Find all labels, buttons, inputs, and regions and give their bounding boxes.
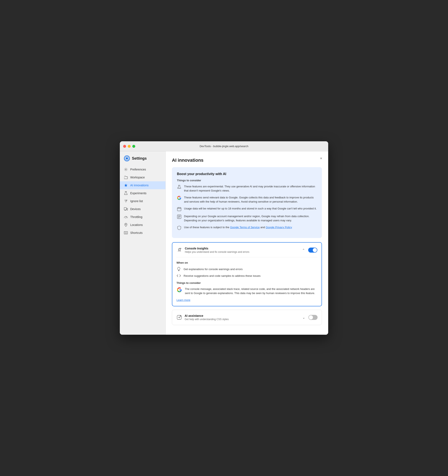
things-text-google: The console message, associated stack tr… [185,287,317,295]
svg-point-7 [125,224,126,225]
console-insights-controls: ⌃ [301,247,317,253]
things-item-google: The console message, associated stack tr… [176,287,317,295]
sidebar-item-devices[interactable]: Devices [120,205,165,213]
svg-rect-5 [127,208,128,210]
when-on-label: When on [176,261,317,264]
svg-point-3 [127,200,127,200]
sidebar-item-throttling[interactable]: Throttling [120,213,165,221]
info-item-account: Depending on your Google account managem… [177,214,317,222]
maximize-window-button[interactable] [132,145,135,148]
sidebar-item-experiments-label: Experiments [130,192,147,195]
sidebar: Settings Preferences [120,151,166,335]
calendar-icon [177,207,181,211]
sidebar-item-workspace-label: Workspace [130,176,145,179]
shield-icon [177,226,181,230]
sidebar-title: Settings [132,156,147,161]
experiment-icon [177,185,181,189]
info-text-retention: Usage data will be retained for up to 18… [184,207,317,211]
info-text-account: Depending on your Google account managem… [184,214,317,222]
console-insights-card: Console Insights Helps you understand an… [172,242,322,306]
main-panel: × AI innovations Boost your productivity… [166,151,328,335]
info-item-google-data: These features send relevant data to Goo… [177,195,317,204]
info-text-experimental: These features are experimental. They us… [184,184,317,193]
minimize-window-button[interactable] [128,145,131,148]
ai-assistance-card: AI assistance Get help with understandin… [172,310,322,325]
sidebar-item-experiments[interactable]: Experiments [120,189,165,197]
settings-window: DevTools - bubble-jingle.web.app/search … [120,141,328,335]
console-insights-name: Console Insights [185,247,250,250]
info-text-tos: Use of these features is subject to the … [184,225,292,229]
tos-link[interactable]: Google Terms of Service [230,226,260,229]
google-things-icon [176,287,182,293]
svg-rect-11 [177,208,181,211]
svg-rect-4 [124,208,126,210]
svg-point-6 [126,218,126,218]
main-content: Settings Preferences [120,151,328,335]
info-item-experimental: These features are experimental. They us… [177,184,317,193]
when-on-item-explanations: Get explanations for console warnings an… [176,267,317,271]
folder-icon [124,176,128,179]
learn-more-button[interactable]: Learn more [176,298,190,301]
gear-icon [124,168,128,171]
ai-assistance-icon [176,314,182,320]
code-icon [176,273,181,278]
sparkle-icon [124,183,128,187]
console-insights-header: Console Insights Helps you understand an… [176,247,317,253]
sidebar-item-workspace[interactable]: Workspace [120,173,165,181]
sidebar-item-ignore-list[interactable]: Ignore list [120,197,165,205]
console-insights-icon [176,247,182,253]
privacy-link[interactable]: Google Privacy Policy [266,226,292,229]
info-item-retention: Usage data will be retained for up to 18… [177,207,317,211]
devtools-logo-icon [124,155,130,161]
ai-assistance-header-left: AI assistance Get help with understandin… [176,314,301,321]
svg-point-10 [179,188,180,188]
sidebar-item-locations[interactable]: Locations [120,221,165,229]
flask-icon [124,191,128,195]
sidebar-item-preferences-label: Preferences [130,168,146,171]
console-insights-collapse-button[interactable]: ⌃ [301,247,306,253]
window-controls [123,145,135,148]
sidebar-item-throttling-label: Throttling [130,215,142,219]
ai-assistance-desc: Get help with understanding CSS styles [185,318,229,321]
things-label: Things to consider [176,281,317,284]
info-card-title: Boost your productivity with AI [177,172,317,176]
sidebar-header: Settings [120,155,165,165]
console-insights-text: Console Insights Helps you understand an… [185,247,250,253]
window-title: DevTools - bubble-jingle.web.app/search [200,145,248,148]
gauge-icon [124,215,128,219]
info-text-google-data: These features send relevant data to Goo… [184,195,317,204]
console-insights-desc: Helps you understand and fix console war… [185,250,250,253]
sidebar-item-shortcuts-label: Shortcuts [130,231,142,234]
sidebar-item-shortcuts[interactable]: Shortcuts [120,229,165,237]
ai-assistance-expand-button[interactable]: ⌄ [301,315,306,320]
titlebar: DevTools - bubble-jingle.web.app/search [120,141,328,151]
sidebar-item-ignore-label: Ignore list [130,199,143,203]
sidebar-item-devices-label: Devices [130,207,141,211]
when-on-text-explanations: Get explanations for console warnings an… [184,268,243,271]
info-card-subtitle: Things to consider [177,179,317,182]
info-item-tos: Use of these features is subject to the … [177,225,317,230]
ai-assistance-toggle[interactable] [308,315,318,320]
sidebar-item-ai-innovations[interactable]: AI innovations [120,181,165,189]
sidebar-item-locations-label: Locations [130,223,143,227]
close-window-button[interactable] [123,145,126,148]
close-panel-button[interactable]: × [318,155,324,161]
page-title: AI innovations [172,158,322,163]
devices-icon [124,207,128,211]
things-to-consider-section: Things to consider The console message, … [176,281,317,295]
svg-point-9 [178,187,179,188]
keyboard-icon [124,231,128,235]
filter-icon [124,199,128,203]
when-on-item-suggestions: Receive suggestions and code samples to … [176,273,317,278]
ai-info-card: Boost your productivity with AI Things t… [172,167,322,238]
sidebar-item-preferences[interactable]: Preferences [120,165,165,173]
google-icon [177,196,181,200]
list-icon [177,215,181,219]
ai-assistance-text: AI assistance Get help with understandin… [185,314,229,321]
ai-assistance-name: AI assistance [185,314,229,317]
svg-point-1 [126,157,128,159]
console-insights-header-left: Console Insights Helps you understand an… [176,247,301,253]
lightbulb-icon [176,267,181,271]
when-on-section: When on Get explanations for console war… [176,257,317,278]
console-insights-toggle[interactable] [308,248,317,253]
